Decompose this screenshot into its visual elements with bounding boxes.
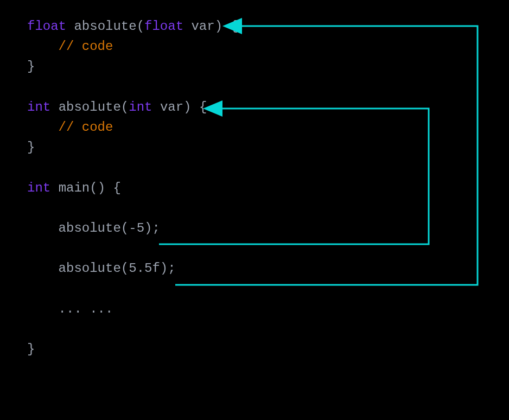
code-line-6: // code: [27, 117, 238, 137]
code-line-17: }: [27, 339, 238, 359]
code-line-9: int main() {: [27, 178, 238, 198]
code-line-7: }: [27, 137, 238, 157]
keyword-float: float: [144, 19, 183, 34]
blank-line: [27, 77, 238, 97]
code-line-2: // code: [27, 36, 238, 56]
keyword-int: int: [27, 181, 50, 195]
code-line-11: absolute(-5);: [27, 218, 238, 238]
code-line-5: int absolute(int var) {: [27, 97, 238, 117]
keyword-int: int: [27, 100, 50, 114]
keyword-float: float: [27, 19, 66, 34]
blank-line: [27, 319, 238, 339]
code-block: float absolute(float var) { // code } in…: [27, 16, 238, 359]
blank-line: [27, 238, 238, 258]
call-absolute-float: absolute: [59, 261, 121, 276]
code-line-3: }: [27, 56, 238, 77]
code-line-13: absolute(5.5f);: [27, 258, 238, 278]
call-absolute-int: absolute: [59, 221, 121, 236]
func-name: absolute: [74, 19, 136, 34]
main-func: main: [59, 181, 90, 195]
blank-line: [27, 278, 238, 298]
func-name: absolute: [59, 100, 121, 114]
code-line-1: float absolute(float var) {: [27, 16, 238, 36]
comment: // code: [59, 39, 113, 54]
code-line-15: ... ...: [27, 299, 238, 319]
blank-line: [27, 157, 238, 177]
keyword-int: int: [129, 100, 152, 114]
ellipsis: ... ...: [59, 302, 113, 316]
comment: // code: [59, 120, 113, 135]
blank-line: [27, 198, 238, 218]
